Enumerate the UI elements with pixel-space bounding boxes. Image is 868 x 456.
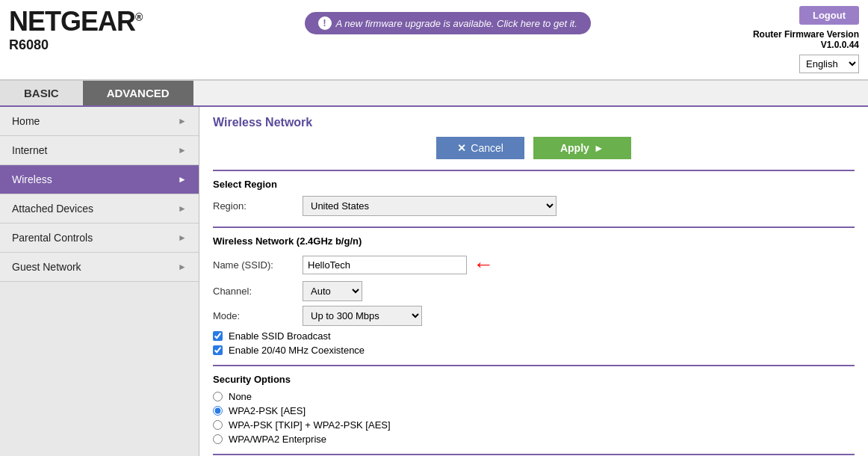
apply-button[interactable]: Apply ► <box>533 137 631 159</box>
select-region-heading: Select Region <box>213 179 855 190</box>
mode-row: Mode: Up to 300 Mbps Up to 54 Mbps Up to… <box>213 306 855 326</box>
red-arrow-right-icon: ← <box>473 253 494 277</box>
ssid-broadcast-label: Enable SSID Broadcast <box>229 330 331 342</box>
ssid-label: Name (SSID): <box>213 259 303 271</box>
firmware-version-value: V1.0.0.44 <box>821 40 859 50</box>
select-region-section: Select Region Region: United States Euro… <box>213 170 855 227</box>
wireless-24-section: Wireless Network (2.4GHz b/g/n) Name (SS… <box>213 227 855 365</box>
region-select[interactable]: United States Europe Asia <box>303 196 557 216</box>
firmware-version: Router Firmware Version V1.0.0.44 <box>753 29 859 50</box>
header-right: Logout Router Firmware Version V1.0.0.44… <box>753 6 859 73</box>
channel-label: Channel: <box>213 286 303 297</box>
nav-tabs: BASIC ADVANCED <box>0 81 868 107</box>
toolbar: ✕ Cancel Apply ► <box>213 137 855 159</box>
main-layout: Home ► Internet ► Wireless ► Attached De… <box>0 107 868 456</box>
region-label: Region: <box>213 200 303 212</box>
header: NETGEAR® R6080 ! A new firmware upgrade … <box>0 0 868 81</box>
page-title: Wireless Network <box>213 116 855 129</box>
sidebar-label-internet: Internet <box>12 144 47 156</box>
security-options-section: Security Options None WPA2-PSK [AES] WPA… <box>213 365 855 454</box>
content-inner: Wireless Network ✕ Cancel Apply ► Select… <box>199 107 868 456</box>
mode-select[interactable]: Up to 300 Mbps Up to 54 Mbps Up to 150 M… <box>303 306 422 326</box>
sidebar-item-wireless[interactable]: Wireless ► <box>0 165 199 194</box>
ssid-control: ← <box>303 253 855 277</box>
security-enterprise-radio[interactable] <box>213 434 223 444</box>
coexistence-label: Enable 20/40 MHz Coexistence <box>229 345 365 356</box>
chevron-right-icon: ► <box>178 174 187 185</box>
chevron-right-icon: ► <box>178 262 187 272</box>
security-enterprise-row: WPA/WPA2 Enterprise <box>213 434 855 445</box>
wireless-24-heading: Wireless Network (2.4GHz b/g/n) <box>213 235 855 247</box>
security-enterprise-label: WPA/WPA2 Enterprise <box>229 434 326 445</box>
chevron-right-icon: ► <box>178 232 187 243</box>
x-icon: ✕ <box>457 142 466 154</box>
channel-control: Auto 123 456 789 1011 <box>303 281 855 301</box>
security-options-heading: Security Options <box>213 374 855 385</box>
cancel-button[interactable]: ✕ Cancel <box>436 137 524 159</box>
security-none-radio[interactable] <box>213 392 223 401</box>
region-control: United States Europe Asia <box>303 196 855 216</box>
sidebar: Home ► Internet ► Wireless ► Attached De… <box>0 107 199 456</box>
chevron-right-icon: ► <box>178 203 187 214</box>
chevron-right-icon: ► <box>178 145 187 155</box>
firmware-version-label: Router Firmware Version <box>753 29 859 40</box>
sidebar-label-attached: Attached Devices <box>12 203 93 215</box>
security-combo-row: WPA-PSK [TKIP] + WPA2-PSK [AES] <box>213 419 855 431</box>
ssid-broadcast-checkbox[interactable] <box>213 331 223 341</box>
sidebar-item-internet[interactable]: Internet ► <box>0 136 199 165</box>
ssid-row: Name (SSID): ← <box>213 253 855 277</box>
sidebar-label-home: Home <box>12 115 40 127</box>
ssid-input[interactable] <box>303 256 467 274</box>
sidebar-label-wireless: Wireless <box>12 173 52 185</box>
mode-label: Mode: <box>213 310 303 321</box>
cancel-label: Cancel <box>471 142 503 154</box>
coexist-row: Enable 20/40 MHz Coexistence <box>213 345 855 356</box>
model-text: R6080 <box>9 37 142 53</box>
firmware-notice-text: A new firmware upgrade is available. Cli… <box>336 18 577 29</box>
content-area: Wireless Network ✕ Cancel Apply ► Select… <box>199 107 868 456</box>
channel-row: Channel: Auto 123 456 789 1011 <box>213 281 855 301</box>
tab-advanced[interactable]: ADVANCED <box>83 81 193 105</box>
security-wpa2-radio[interactable] <box>213 406 223 416</box>
exclaim-icon: ! <box>318 16 332 30</box>
logo-sup: ® <box>135 11 142 23</box>
security-combo-radio[interactable] <box>213 420 223 430</box>
logo-text: NETGEAR <box>9 6 135 37</box>
apply-label: Apply <box>560 142 589 154</box>
security-none-label: None <box>229 391 252 402</box>
sidebar-label-parental: Parental Controls <box>12 232 93 244</box>
coexistence-checkbox[interactable] <box>213 345 223 355</box>
channel-select[interactable]: Auto 123 456 789 1011 <box>303 281 362 301</box>
firmware-notice[interactable]: ! A new firmware upgrade is available. C… <box>305 12 591 34</box>
sidebar-item-attached[interactable]: Attached Devices ► <box>0 194 199 224</box>
security-wpa2-row: WPA2-PSK [AES] <box>213 405 855 416</box>
sidebar-item-parental[interactable]: Parental Controls ► <box>0 224 199 253</box>
arrow-right-icon: ► <box>594 142 604 154</box>
tab-basic[interactable]: BASIC <box>0 81 83 105</box>
security-none-row: None <box>213 391 855 402</box>
header-center: ! A new firmware upgrade is available. C… <box>142 6 753 34</box>
logo: NETGEAR® <box>9 6 142 37</box>
logout-button[interactable]: Logout <box>799 6 859 25</box>
region-row: Region: United States Europe Asia <box>213 196 855 216</box>
chevron-right-icon: ► <box>178 116 187 126</box>
sidebar-item-guest[interactable]: Guest Network ► <box>0 253 199 282</box>
sidebar-item-home[interactable]: Home ► <box>0 107 199 136</box>
ssid-broadcast-row: Enable SSID Broadcast <box>213 330 855 342</box>
language-select[interactable]: English Español Français Deutsch <box>799 55 859 73</box>
security-wpa2-label: WPA2-PSK [AES] <box>229 405 306 416</box>
sidebar-label-guest: Guest Network <box>12 261 81 273</box>
security-combo-label: WPA-PSK [TKIP] + WPA2-PSK [AES] <box>229 419 391 431</box>
logo-area: NETGEAR® R6080 <box>9 6 142 53</box>
mode-control: Up to 300 Mbps Up to 54 Mbps Up to 150 M… <box>303 306 855 326</box>
